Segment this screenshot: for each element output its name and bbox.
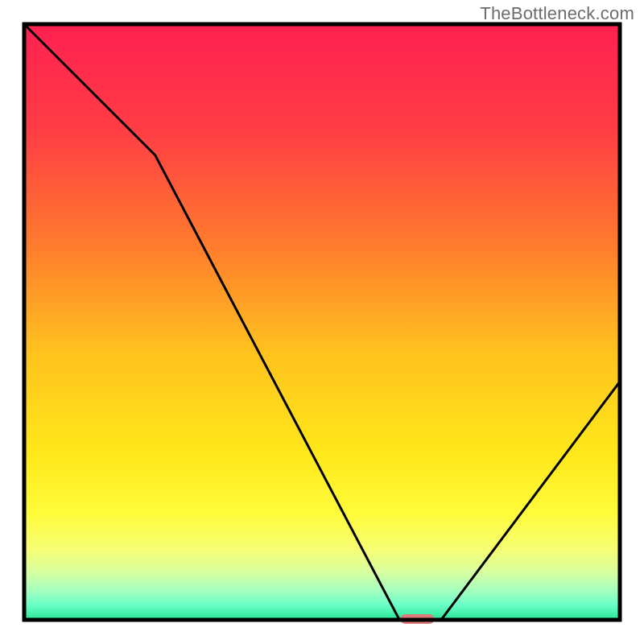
bottleneck-chart (0, 0, 644, 644)
watermark-label: TheBottleneck.com (480, 3, 634, 24)
chart-container: TheBottleneck.com (0, 0, 644, 644)
